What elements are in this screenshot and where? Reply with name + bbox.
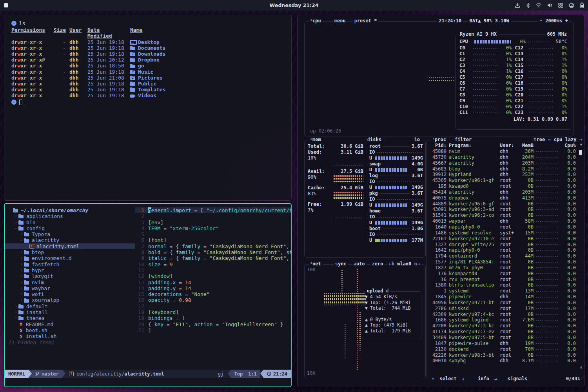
preset-button[interactable]: preset * [353, 18, 379, 24]
proc-scroll-up[interactable]: ↑ [580, 142, 583, 148]
disks-io-toggle[interactable]: io [413, 137, 421, 143]
process-row[interactable]: 40013waybardhh58M0.0 [430, 218, 578, 224]
shell-prompt-empty[interactable]: › [11, 100, 291, 105]
chevron-right-icon[interactable]: › [13, 220, 18, 225]
process-row[interactable]: 1794containerdroot44M0.0 [430, 253, 578, 259]
process-row[interactable]: 39912Hyprlanddhh253M0.0 [430, 172, 578, 178]
chevron-right-icon[interactable]: › [13, 303, 18, 309]
dashboard-icon[interactable] [569, 3, 574, 8]
chevron-right-icon[interactable]: › [19, 261, 24, 267]
process-row[interactable]: 1827mt76-tx phy0root0B0.0 [430, 265, 578, 271]
buffer-line[interactable]: 19bindings = [ [135, 315, 291, 321]
volume-icon[interactable] [547, 3, 553, 8]
process-row[interactable]: 45667alacrittydhh203M0.0 [430, 160, 578, 166]
tree-item--.local-share-omarchy[interactable]: ~/.local/share/omarchy [5, 207, 135, 213]
workspaces-icon[interactable] [558, 3, 563, 8]
process-row[interactable]: 45305kworker/u96:1-gfroot0B0.0 [430, 178, 578, 183]
chevron-down-icon[interactable]: › [18, 238, 24, 243]
buffer-line[interactable]: 4TERM = "xterm-256color" [135, 225, 291, 231]
git-branch[interactable]: master [32, 370, 62, 378]
chevron-right-icon[interactable]: › [19, 291, 24, 297]
process-row[interactable]: 1486systemd-resolvesyst+15M0.0 [430, 230, 578, 236]
process-row[interactable]: 2130dockerdroot70M0.0 [430, 347, 578, 352]
tree-item-wofi[interactable]: ›wofi [5, 291, 135, 297]
tree-item-boot.sh[interactable]: $boot.sh [5, 327, 135, 333]
process-row[interactable]: 1845pipewiredhh14M0.0 [430, 294, 578, 300]
tree-item-lazygit[interactable]: ›lazygit [5, 273, 135, 279]
tree-item-environment.d[interactable]: ›environment.d [5, 255, 135, 261]
process-row[interactable]: 42226kworker/u98:3-btroot0B0.0 [430, 352, 578, 358]
process-row[interactable]: 42309kworker/u97:4-kcroot0B0.0 [430, 312, 578, 318]
tree-item-config[interactable]: ›config [5, 225, 135, 231]
disks-title[interactable]: disks [366, 137, 383, 143]
buffer-line[interactable]: 18[keyboard] [135, 309, 291, 315]
btop-window[interactable]: ¹cpu menu preset * 21:24:10 BAT▲ 98% 3.1… [297, 15, 584, 387]
process-row[interactable]: 40010swaybgdhh8.1M0.0 [430, 358, 578, 364]
process-row[interactable]: 45414alacrittydhh203M0.0 [430, 189, 578, 195]
buffer-line[interactable]: 11 [135, 267, 291, 273]
chevron-right-icon[interactable]: › [19, 279, 24, 285]
updates-icon[interactable] [515, 3, 520, 8]
process-row[interactable]: 45730alacrittydhh204M0.0 [430, 154, 578, 160]
tree-item-waybar[interactable]: ›waybar [5, 285, 135, 291]
buffer-line[interactable]: 1general.import = [ "~/.config/omarchy/c… [135, 207, 291, 213]
buffer-line[interactable]: 15decorations = "None" [135, 291, 291, 297]
neovim-window[interactable]: ~/.local/share/omarchy›applications›bin›… [4, 203, 292, 387]
net-detail-title[interactable]: upload d [365, 288, 390, 294]
process-row[interactable]: 22161kworker/u97:10-eroot0B0.0 [430, 236, 578, 242]
buffer-line[interactable]: 8bold = { family = "CaskaydiaMono Nerd F… [135, 249, 291, 255]
chevron-right-icon[interactable]: › [13, 315, 18, 321]
buffer-line[interactable]: 16opacity = 0.98 [135, 297, 291, 303]
buffer-line[interactable]: 3[env] [135, 220, 291, 225]
buffer-line[interactable]: 12[window] [135, 273, 291, 279]
tree-item-nvim[interactable]: ›nvim [5, 279, 135, 285]
tree-item-alacritty[interactable]: ›alacritty [5, 237, 135, 243]
chevron-right-icon[interactable]: › [19, 285, 24, 291]
proc-filter-button[interactable]: filter [453, 137, 473, 143]
terminal-window-ls[interactable]: › ls PermissionsSizeUserDate ModifiedNam… [4, 15, 292, 201]
proc-box-title[interactable]: ⁴proc [431, 137, 448, 143]
process-row[interactable]: 1847pipewire-pulsedhh19M0.0 [430, 341, 578, 347]
buffer-line[interactable]: 2 [135, 213, 291, 219]
proc-tree-button[interactable]: tree [532, 137, 546, 143]
process-row[interactable]: 1577irq/81-PIXA3854:root0B0.0 [430, 259, 578, 265]
buffer-line[interactable]: 10size = 9 [135, 261, 291, 267]
chevron-right-icon[interactable]: › [13, 309, 18, 315]
tree-item-applications[interactable]: ›applications [5, 213, 135, 219]
process-row[interactable]: 31541kworker/u96:2-coroot0B0.0 [430, 212, 578, 218]
editor-buffer[interactable]: 1general.import = [ "~/.config/omarchy/c… [135, 204, 291, 370]
update-interval-control[interactable]: - 2000ms + [538, 18, 570, 24]
process-row[interactable]: 34409kworker/u97:5-btroot0B0.0 [430, 335, 578, 341]
tree-item-install.sh[interactable]: $install.sh [5, 333, 135, 339]
process-row[interactable]: 1327dmcrypt_write/25root0B0.0 [430, 242, 578, 248]
chevron-right-icon[interactable]: › [19, 267, 24, 273]
process-row[interactable]: 41174kworker/u97:7-evroot0B0.0 [430, 329, 578, 335]
process-row[interactable]: 45889nvimdhh36M0.0 [430, 149, 578, 154]
proc-footer-actions[interactable]: ↑ select ↓ info ↵ signals [429, 376, 530, 382]
buffer-line[interactable]: 5 [135, 231, 291, 237]
proc-scrollbar[interactable] [579, 150, 582, 155]
process-row[interactable]: 1686systemd-logindroot7.6M0.0 [430, 317, 578, 323]
battery-icon[interactable] [580, 2, 584, 8]
mem-box-title[interactable]: ²mem [309, 137, 323, 143]
process-row[interactable]: 1642napi/phy0-0root0B0.0 [430, 247, 578, 253]
process-row[interactable]: 1640napi/phy0-0root0B0.0 [430, 224, 578, 230]
buffer-line[interactable]: 9italic = { family = "CaskaydiaMono Nerd… [135, 255, 291, 261]
process-row[interactable]: 195kswapd0root0B0.0 [430, 183, 578, 189]
process-row[interactable]: 1380btrfs-transactioroot0B0.0 [430, 282, 578, 288]
buffer-line[interactable]: 17 [135, 303, 291, 309]
tree-item-fastfetch[interactable]: ›fastfetch [5, 261, 135, 267]
process-row[interactable]: 176kcompactd0root0B0.0 [430, 271, 578, 277]
tree-item-xournalpp[interactable]: ›xournalpp [5, 297, 135, 303]
tree-item-readme.md[interactable]: MREADME.md [5, 321, 135, 327]
buffer-line[interactable]: 6[font] [135, 237, 291, 243]
chevron-right-icon[interactable]: › [19, 273, 24, 279]
cpu-box-title[interactable]: ¹cpu [309, 18, 323, 24]
chevron-down-icon[interactable]: › [13, 226, 19, 231]
chevron-right-icon[interactable]: › [19, 297, 24, 303]
process-row[interactable]: 16rcu_preemptroot0B0.0 [430, 277, 578, 283]
tree-item-install[interactable]: ›install [5, 309, 135, 315]
proc-sort-control[interactable]: ← cpu lazy → [546, 137, 584, 143]
wifi-icon[interactable] [536, 3, 542, 8]
chevron-right-icon[interactable]: › [13, 213, 18, 219]
